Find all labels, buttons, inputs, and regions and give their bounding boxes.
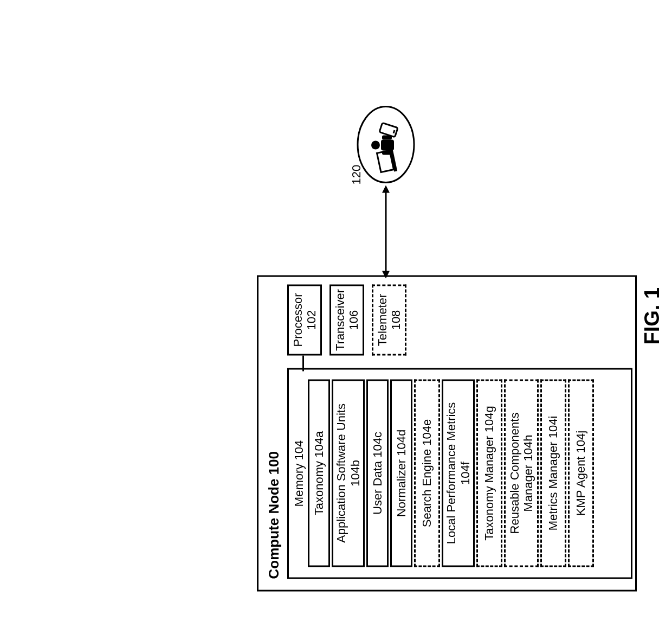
user-with-devices-icon <box>355 104 417 185</box>
transceiver-label: Transceiver 106 <box>333 289 361 350</box>
svg-marker-2 <box>382 185 390 193</box>
svg-marker-1 <box>382 271 390 278</box>
localperf-box: Local Performance Metrics 104f <box>442 379 475 567</box>
userdata-box: User Data 104c <box>366 379 389 567</box>
memory-label: Memory 104 <box>292 440 306 506</box>
appsw-box: Application Software Units 104b <box>332 379 365 567</box>
svg-rect-7 <box>381 139 394 150</box>
reuse-label: Reusable Components Manager 104h <box>508 412 535 534</box>
appsw-label: Application Software Units 104b <box>334 404 362 543</box>
taxonomy-label: Taxonomy 104a <box>312 431 326 515</box>
svg-rect-10 <box>379 123 398 137</box>
processor-memory-connector <box>302 355 304 371</box>
taxonomy-box: Taxonomy 104a <box>308 379 330 567</box>
search-box: Search Engine 104e <box>414 379 440 567</box>
normalizer-label: Normalizer 104d <box>395 429 408 516</box>
userdata-label: User Data 104c <box>371 432 384 515</box>
telemeter-label: Telemeter 108 <box>376 293 403 346</box>
normalizer-box: Normalizer 104d <box>390 379 412 567</box>
taxmgr-box: Taxonomy Manager 104g <box>476 379 502 567</box>
processor-box: Processor 102 <box>287 284 322 355</box>
kmp-box: KMP Agent 104j <box>568 379 594 567</box>
reuse-box: Reusable Components Manager 104h <box>504 379 539 567</box>
metricsmgr-box: Metrics Manager 104i <box>540 379 566 567</box>
processor-label: Processor 102 <box>291 293 319 347</box>
search-label: Search Engine 104e <box>420 419 434 527</box>
svg-point-6 <box>371 140 380 149</box>
figure-caption: FIG. 1 <box>641 287 664 344</box>
kmp-label: KMP Agent 104j <box>574 430 587 515</box>
localperf-label: Local Performance Metrics 104f <box>444 402 472 544</box>
metricsmgr-label: Metrics Manager 104i <box>546 415 560 530</box>
telemeter-box: Telemeter 108 <box>372 284 406 355</box>
svg-rect-8 <box>382 150 392 155</box>
compute-node-title: Compute Node 100 <box>266 451 282 579</box>
transceiver-box: Transceiver 106 <box>329 284 364 355</box>
arrow-icon <box>378 185 394 278</box>
taxmgr-label: Taxonomy Manager 104g <box>482 406 496 540</box>
